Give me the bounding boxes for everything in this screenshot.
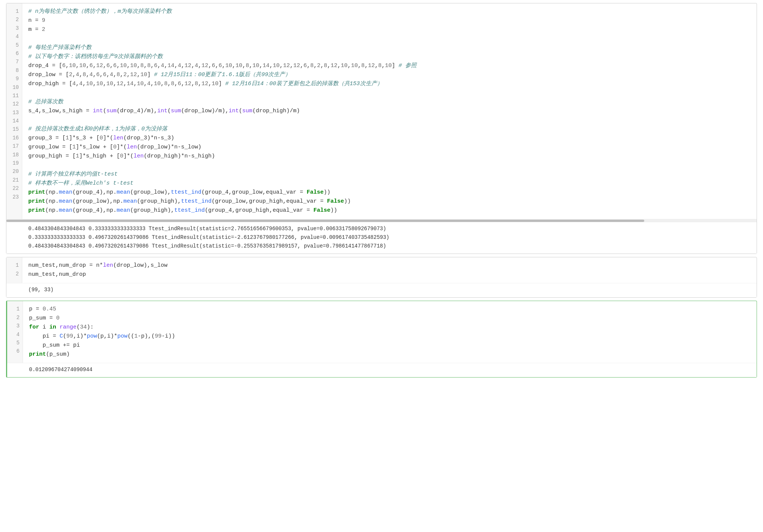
output-line: (99, 33) (28, 286, 751, 294)
code-content[interactable]: # n为每轮生产次数（绣坊个数），m为每次掉落染料个数n = 9m = 2 # … (22, 3, 757, 219)
code-content[interactable]: num_test,num_drop = n*len(drop_low),s_lo… (22, 257, 757, 283)
output-line: 0.3333333333333333 0.49673202614379086 T… (28, 233, 751, 242)
code-content[interactable]: p = 0.45p_sum = 0for i in range(34): pi … (23, 301, 757, 363)
cell-2[interactable]: 12num_test,num_drop = n*len(drop_low),s_… (6, 257, 757, 298)
cell-output: 0.012096704274090944 (7, 363, 757, 377)
output-line: 0.4843304843304843 0.49673202614379086 T… (28, 242, 751, 251)
line-numbers: 12 (6, 257, 22, 283)
cell-input: 123456p = 0.45p_sum = 0for i in range(34… (7, 301, 757, 363)
cell-input: 12num_test,num_drop = n*len(drop_low),s_… (6, 257, 757, 283)
cell-1[interactable]: 1234567891011121314151617181920212223# n… (6, 3, 757, 254)
line-numbers: 1234567891011121314151617181920212223 (6, 3, 22, 219)
cell-output: (99, 33) (6, 283, 757, 297)
line-numbers: 123456 (7, 301, 23, 363)
output-line: 0.4843304843304843 0.3333333333333333 Tt… (28, 225, 751, 233)
cell-3[interactable]: 123456p = 0.45p_sum = 0for i in range(34… (6, 301, 757, 378)
notebook: 1234567891011121314151617181920212223# n… (0, 3, 763, 532)
output-line: 0.012096704274090944 (29, 365, 751, 374)
cell-output: 0.4843304843304843 0.3333333333333333 Tt… (6, 222, 757, 254)
horizontal-scrollbar[interactable] (6, 219, 757, 222)
cell-input: 1234567891011121314151617181920212223# n… (6, 3, 757, 219)
